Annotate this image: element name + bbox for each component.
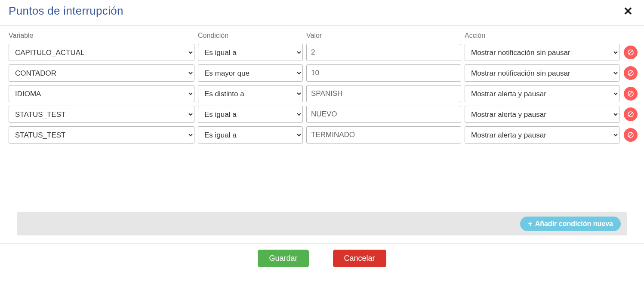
variable-select[interactable]: STATUS_TEST: [9, 106, 194, 123]
condition-select[interactable]: Es igual a: [198, 106, 303, 123]
dialog-title: Puntos de interrupción: [9, 4, 123, 18]
svg-line-7: [629, 113, 632, 116]
variable-select[interactable]: CAPITULO_ACTUAL: [9, 44, 194, 61]
breakpoint-row: IDIOMAEs distinto aMostrar alerta y paus…: [9, 85, 635, 102]
svg-line-3: [629, 71, 632, 75]
breakpoint-row: CONTADOREs mayor queMostrar notificación…: [9, 64, 635, 82]
value-input[interactable]: [306, 64, 461, 82]
add-condition-button[interactable]: + Añadir condición nueva: [520, 217, 621, 231]
close-icon: ✕: [623, 5, 633, 18]
rows-container: CAPITULO_ACTUALEs igual aMostrar notific…: [9, 44, 635, 144]
delete-row-button[interactable]: [624, 128, 638, 142]
add-condition-bar: + Añadir condición nueva: [17, 212, 627, 235]
close-button[interactable]: ✕: [621, 6, 635, 17]
header-condition: Condición: [198, 32, 303, 40]
breakpoint-row: STATUS_TESTEs igual aMostrar alerta y pa…: [9, 126, 635, 144]
action-select[interactable]: Mostrar notificación sin pausar: [465, 64, 619, 82]
breakpoint-row: STATUS_TESTEs igual aMostrar alerta y pa…: [9, 106, 635, 123]
forbidden-icon: [627, 49, 634, 56]
delete-row-button[interactable]: [624, 107, 638, 121]
action-select[interactable]: Mostrar alerta y pausar: [465, 85, 619, 102]
dialog-header: Puntos de interrupción ✕: [0, 0, 644, 26]
delete-row-button[interactable]: [624, 66, 638, 80]
variable-select[interactable]: STATUS_TEST: [9, 126, 194, 144]
save-button[interactable]: Guardar: [258, 250, 308, 267]
plus-icon: +: [528, 220, 533, 228]
condition-select[interactable]: Es igual a: [198, 44, 303, 61]
svg-line-9: [629, 133, 632, 137]
condition-select[interactable]: Es distinto a: [198, 85, 303, 102]
variable-select[interactable]: CONTADOR: [9, 64, 194, 82]
add-condition-label: Añadir condición nueva: [535, 220, 613, 228]
svg-line-5: [629, 92, 632, 95]
header-variable: Variable: [9, 32, 194, 40]
action-select[interactable]: Mostrar alerta y pausar: [465, 126, 619, 144]
variable-select[interactable]: IDIOMA: [9, 85, 194, 102]
delete-row-button[interactable]: [624, 46, 638, 59]
value-input[interactable]: [306, 85, 461, 102]
forbidden-icon: [627, 131, 634, 138]
forbidden-icon: [627, 70, 634, 76]
condition-select[interactable]: Es mayor que: [198, 64, 303, 82]
header-value: Valor: [306, 32, 461, 40]
column-headers: Variable Condición Valor Acción: [9, 32, 635, 40]
breakpoint-row: CAPITULO_ACTUALEs igual aMostrar notific…: [9, 44, 635, 61]
dialog-footer: Guardar Cancelar: [0, 243, 644, 274]
value-input[interactable]: [306, 44, 461, 61]
value-input[interactable]: [306, 106, 461, 123]
svg-line-1: [629, 51, 632, 54]
delete-row-button[interactable]: [624, 87, 638, 101]
header-action: Acción: [465, 32, 619, 40]
dialog-body: Variable Condición Valor Acción CAPITULO…: [0, 26, 644, 235]
value-input[interactable]: [306, 126, 461, 144]
action-select[interactable]: Mostrar notificación sin pausar: [465, 44, 619, 61]
forbidden-icon: [627, 111, 634, 118]
condition-select[interactable]: Es igual a: [198, 126, 303, 144]
action-select[interactable]: Mostrar alerta y pausar: [465, 106, 619, 123]
forbidden-icon: [627, 90, 634, 97]
cancel-button[interactable]: Cancelar: [333, 250, 386, 267]
